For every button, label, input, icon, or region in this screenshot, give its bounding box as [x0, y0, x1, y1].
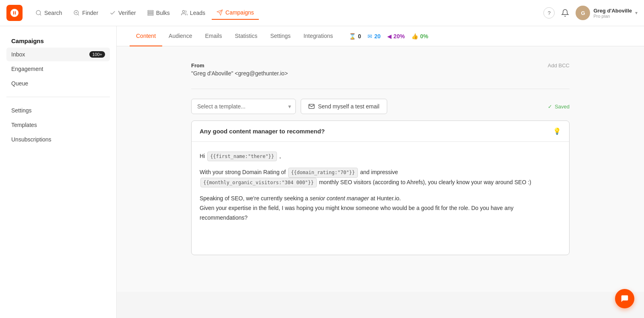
svg-rect-4: [148, 14, 153, 15]
tab-content[interactable]: Content: [130, 26, 162, 46]
template-row: Select a template... Send myself a test …: [191, 99, 570, 114]
saved-indicator: ✓ Saved: [548, 104, 570, 110]
inbox-badge: 100+: [89, 51, 105, 58]
nav-item-campaigns[interactable]: Campaigns: [212, 6, 259, 20]
sidebar-title: Campaigns: [6, 34, 110, 48]
stat-hourglass: ⌛ 0: [349, 33, 361, 39]
sidebar-item-engagement[interactable]: Engagement: [6, 62, 110, 76]
nav-items: Search Finder Verifier Bulks Leads Campa…: [31, 6, 543, 20]
user-menu[interactable]: G Greg d'Aboville Pro plan ▾: [576, 6, 638, 20]
nav-item-bulks[interactable]: Bulks: [142, 6, 175, 19]
add-bcc-button[interactable]: Add BCC: [548, 62, 570, 69]
content-area: From "Greg d'Aboville" <greg@gethunter.i…: [159, 46, 602, 271]
send-test-email-button[interactable]: Send myself a test email: [301, 99, 387, 114]
tab-settings[interactable]: Settings: [264, 26, 297, 46]
notifications-button[interactable]: [559, 7, 571, 19]
stat-sent: ✉ 20: [367, 33, 381, 39]
tab-audience[interactable]: Audience: [162, 26, 198, 46]
nav-item-leads[interactable]: Leads: [176, 6, 210, 19]
sent-icon: ✉: [367, 33, 372, 39]
tab-integrations[interactable]: Integrations: [297, 26, 339, 46]
sidebar-item-templates[interactable]: Templates: [6, 118, 110, 132]
user-menu-chevron-icon: ▾: [635, 10, 638, 16]
variable-domain-rating[interactable]: {{domain_rating:"70"}}: [288, 168, 358, 177]
email-subject-row: Any good content manager to recommend? 💡: [192, 121, 569, 142]
top-navigation: Search Finder Verifier Bulks Leads Campa…: [0, 0, 644, 26]
clicked-icon: 👍: [411, 33, 418, 39]
sidebar-item-settings[interactable]: Settings: [6, 104, 110, 117]
opened-icon: ◀: [387, 33, 392, 39]
sidebar-item-unsubscriptions[interactable]: Unsubscriptions: [6, 133, 110, 146]
email-subject-text[interactable]: Any good content manager to recommend?: [200, 128, 325, 135]
tab-emails[interactable]: Emails: [198, 26, 228, 46]
variable-monthly-visitors[interactable]: {{monthly_organic_visitors:"304 000"}}: [200, 178, 317, 187]
from-label: From: [191, 62, 288, 69]
main-content: ← Content manager outreach ▾ ⏱ IN STANDB…: [117, 0, 644, 292]
stat-opened: ◀ 20%: [387, 33, 405, 39]
from-section: From "Greg d'Aboville" <greg@gethunter.i…: [191, 62, 570, 77]
sidebar-item-inbox[interactable]: Inbox 100+: [6, 48, 110, 61]
email-body[interactable]: Hi {{first_name:"there"}} , With your st…: [192, 142, 569, 255]
nav-item-finder[interactable]: Finder: [68, 6, 103, 19]
from-email: "Greg d'Aboville" <greg@gethunter.io>: [191, 70, 288, 77]
hourglass-icon: ⌛: [349, 33, 356, 39]
variable-firstname[interactable]: {{first_name:"there"}}: [207, 152, 277, 161]
stat-clicked: 👍 0%: [411, 33, 428, 39]
template-select-wrapper: Select a template...: [191, 99, 296, 114]
checkmark-icon: ✓: [548, 104, 552, 110]
email-editor: Any good content manager to recommend? 💡…: [191, 121, 570, 255]
svg-rect-3: [148, 12, 153, 14]
tabs-bar: Content Audience Emails Statistics Setti…: [117, 26, 644, 46]
lightbulb-icon[interactable]: 💡: [553, 127, 561, 135]
tab-stats: ⌛ 0 ✉ 20 ◀ 20% 👍 0%: [349, 33, 428, 39]
sidebar-divider: [6, 97, 110, 97]
app-logo[interactable]: [6, 5, 23, 21]
nav-item-verifier[interactable]: Verifier: [105, 6, 141, 19]
svg-point-5: [182, 10, 184, 12]
sidebar: Campaigns Inbox 100+ Engagement Queue Se…: [0, 26, 117, 292]
svg-rect-2: [148, 10, 153, 12]
help-button[interactable]: ?: [543, 7, 555, 19]
tab-statistics[interactable]: Statistics: [228, 26, 264, 46]
section-divider: [191, 89, 570, 89]
svg-point-0: [36, 10, 41, 15]
sidebar-item-queue[interactable]: Queue: [6, 77, 110, 90]
nav-right: ? G Greg d'Aboville Pro plan ▾: [543, 6, 638, 20]
avatar: G: [576, 6, 590, 20]
email-icon: [308, 103, 315, 110]
template-select[interactable]: Select a template...: [191, 99, 296, 114]
nav-item-search[interactable]: Search: [31, 6, 67, 19]
